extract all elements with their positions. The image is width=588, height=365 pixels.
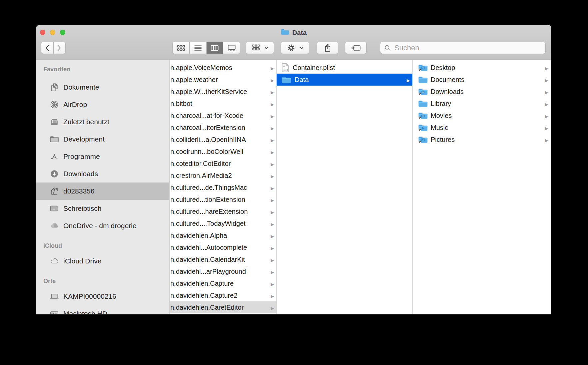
- file-row[interactable]: n.charcoal...at-for-Xcode: [170, 110, 276, 122]
- disclosure-chevron-icon: [271, 136, 274, 144]
- file-row[interactable]: Downloads: [413, 86, 551, 98]
- actions-button[interactable]: [281, 42, 309, 54]
- file-row[interactable]: n.bitbot: [170, 98, 276, 110]
- disclosure-chevron-icon: [271, 148, 274, 156]
- disclosure-chevron-icon: [271, 196, 274, 203]
- file-row[interactable]: n.davidehl...arPlayground: [170, 265, 276, 277]
- file-row[interactable]: Desktop: [413, 62, 551, 74]
- disclosure-chevron-icon: [271, 172, 274, 180]
- sidebar-item[interactable]: OneDrive - dm drogerie: [36, 217, 169, 234]
- sidebar-item[interactable]: Schreibtisch: [36, 200, 169, 217]
- file-row[interactable]: n.davidehlen.CaretEditor: [170, 301, 276, 313]
- disclosure-chevron-icon: [271, 124, 274, 132]
- sidebar-item[interactable]: Development: [36, 131, 169, 148]
- disclosure-chevron-icon: [271, 220, 274, 227]
- sidebar-item-label: KAMPI00000216: [63, 292, 116, 300]
- group-by-button[interactable]: [246, 42, 274, 54]
- file-row[interactable]: Library: [413, 98, 551, 110]
- folder-music-alias-icon: [418, 124, 428, 132]
- column-parent-folders: n.apple.VoiceMemos n.apple.weather n.app…: [170, 60, 277, 314]
- file-row[interactable]: n.coolrunn...boColorWell: [170, 146, 276, 158]
- sidebar-item[interactable]: Zuletzt benutzt: [36, 113, 169, 131]
- disclosure-chevron-icon: [271, 160, 274, 168]
- file-row[interactable]: n.charcoal...itorExtension: [170, 122, 276, 134]
- disclosure-chevron-icon: [271, 280, 274, 287]
- file-row[interactable]: n.davidehl...Autocomplete: [170, 241, 276, 253]
- disclosure-chevron-icon: [271, 292, 274, 299]
- sidebar-item[interactable]: iCloud Drive: [36, 252, 169, 270]
- file-row[interactable]: Music: [413, 122, 551, 134]
- file-row-label: n.cultured....TodayWidget: [170, 220, 246, 227]
- sidebar-item[interactable]: Macintosh HD: [36, 305, 169, 314]
- sidebar-item-label: iCloud Drive: [63, 257, 101, 265]
- file-row[interactable]: n.apple.VoiceMemos: [170, 62, 276, 74]
- disclosure-chevron-icon: [407, 76, 410, 84]
- group-by-icon: [252, 44, 260, 52]
- share-button[interactable]: [317, 42, 338, 54]
- sidebar-item-label: Macintosh HD: [63, 310, 107, 314]
- file-row[interactable]: Data: [277, 74, 412, 86]
- file-row-label: n.davidehlen.Capture: [170, 280, 234, 287]
- disclosure-chevron-icon: [271, 112, 274, 120]
- list-view-icon: [194, 44, 202, 52]
- sidebar-item-label: AirDrop: [63, 101, 87, 109]
- sidebar-item-label: Favoriten: [43, 66, 70, 73]
- tag-icon: [351, 45, 361, 51]
- forward-button[interactable]: [53, 42, 66, 54]
- column-view-icon: [210, 44, 219, 52]
- back-button[interactable]: [41, 42, 53, 54]
- search-input[interactable]: [394, 43, 541, 53]
- file-row-label: n.apple.W...therKitService: [170, 88, 247, 96]
- file-row-label: n.cultured...hareExtension: [170, 208, 248, 215]
- file-row[interactable]: n.crestron.AirMedia2: [170, 170, 276, 182]
- file-row[interactable]: Documents: [413, 74, 551, 86]
- file-row[interactable]: n.davidehlen.Alpha: [170, 229, 276, 241]
- file-row[interactable]: PLIST Container.plist: [277, 62, 412, 74]
- folder-icon: [281, 76, 291, 84]
- sidebar-item-label: d0283356: [63, 187, 94, 195]
- sidebar-item[interactable]: Programme: [36, 148, 169, 165]
- file-row-label: n.davidehlen.Alpha: [170, 232, 227, 239]
- sidebar-item[interactable]: Dokumente: [36, 79, 169, 96]
- file-row[interactable]: n.apple.W...therKitService: [170, 86, 276, 98]
- chevron-down-icon: [264, 47, 268, 49]
- window-title: Data: [36, 28, 551, 37]
- disclosure-chevron-icon: [271, 88, 274, 96]
- list-view-button[interactable]: [189, 42, 206, 54]
- disclosure-chevron-icon: [545, 64, 548, 72]
- sidebar-item-label: iCloud: [43, 242, 62, 249]
- disclosure-chevron-icon: [271, 256, 274, 263]
- window-title-text: Data: [292, 29, 307, 37]
- file-row-label: Data: [295, 76, 309, 84]
- screen-background: Data: [0, 0, 588, 365]
- file-row[interactable]: n.davidehlen.Capture: [170, 277, 276, 289]
- tag-button[interactable]: [345, 42, 367, 54]
- file-row[interactable]: n.coteditor.CotEditor: [170, 158, 276, 170]
- icon-view-button[interactable]: [173, 42, 189, 54]
- file-row[interactable]: Pictures: [413, 134, 551, 146]
- file-row[interactable]: n.colliderli...a.OpenInIINA: [170, 134, 276, 146]
- file-row[interactable]: n.davidehlen.CalendarKit: [170, 253, 276, 265]
- chevron-right-icon: [57, 45, 61, 51]
- harddrive-icon: [49, 309, 59, 314]
- onedrive-cloud-icon: [49, 221, 59, 230]
- file-row[interactable]: n.cultured...de.ThingsMac: [170, 182, 276, 193]
- file-row[interactable]: n.apple.weather: [170, 74, 276, 86]
- sidebar-item[interactable]: AirDrop: [36, 96, 169, 113]
- sidebar-item[interactable]: Downloads: [36, 165, 169, 182]
- finder-window: Data: [36, 25, 551, 314]
- file-row[interactable]: Movies: [413, 110, 551, 122]
- file-row[interactable]: n.cultured...hareExtension: [170, 205, 276, 217]
- sidebar-item[interactable]: KAMPI00000216: [36, 288, 169, 305]
- column-view-button[interactable]: [206, 42, 223, 54]
- file-row[interactable]: n.davidehlen.Capture2: [170, 289, 276, 301]
- title-bar[interactable]: Data: [36, 25, 551, 60]
- gallery-view-button[interactable]: [223, 42, 240, 54]
- search-field[interactable]: [380, 42, 546, 54]
- file-row-label: n.davidehl...arPlayground: [170, 268, 246, 275]
- file-row-label: n.coolrunn...boColorWell: [170, 148, 243, 156]
- sidebar-item-label: Downloads: [63, 170, 98, 178]
- file-row[interactable]: n.cultured...tionExtension: [170, 193, 276, 205]
- sidebar-item[interactable]: d0283356: [36, 182, 169, 200]
- file-row[interactable]: n.cultured....TodayWidget: [170, 217, 276, 229]
